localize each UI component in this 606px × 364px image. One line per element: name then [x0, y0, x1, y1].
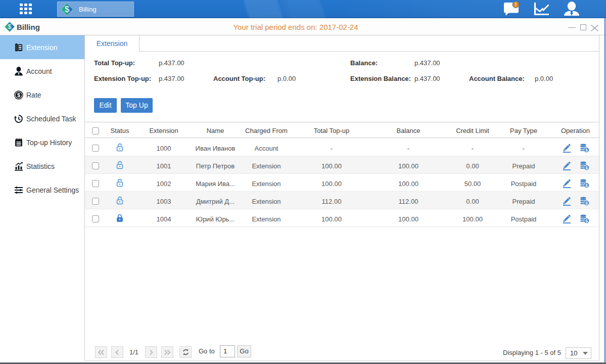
svg-text:$: $ — [65, 5, 69, 14]
svg-text:$: $ — [17, 92, 20, 98]
svg-text:$: $ — [585, 201, 588, 206]
svg-text:$: $ — [585, 148, 588, 153]
svg-text:$: $ — [585, 165, 588, 170]
svg-text:$: $ — [585, 218, 588, 223]
svg-text:$: $ — [585, 183, 588, 188]
svg-text:!: ! — [515, 2, 517, 8]
